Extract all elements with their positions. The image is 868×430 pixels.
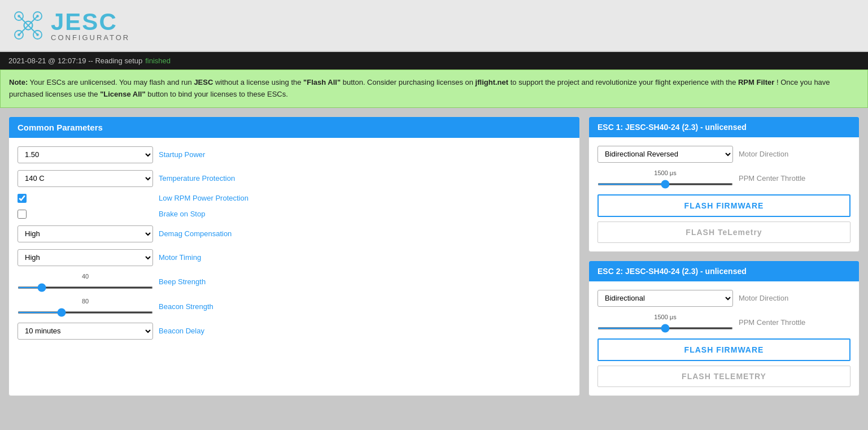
esc1-flash-telemetry-button[interactable]: FLASH TeLemetry xyxy=(597,221,850,243)
esc2-ppm-label: PPM Center Throttle xyxy=(739,318,805,327)
beacon-delay-row: 10 minutes 1 minute 2 minutes 5 minutes … xyxy=(18,323,571,340)
temperature-protection-label: Temperature Protection xyxy=(159,174,235,183)
beacon-delay-label: Beacon Delay xyxy=(159,327,204,335)
esc1-motor-direction-label: Motor Direction xyxy=(739,150,788,158)
temperature-protection-control: 140 C 120 C 160 C 180 C xyxy=(18,170,153,187)
demag-compensation-row: High Low Medium Demag Compensation xyxy=(18,225,571,242)
svg-point-11 xyxy=(18,33,20,36)
motor-timing-label: Motor Timing xyxy=(159,253,201,262)
brake-on-stop-row: Brake on Stop xyxy=(18,210,571,219)
notice-jflight-label: jflight.net xyxy=(476,78,509,86)
esc1-motor-direction-control: Bidirectional Reversed Normal Reversed B… xyxy=(597,146,733,163)
esc1-ppm-value: 1500 μs xyxy=(597,170,733,176)
beep-strength-slider[interactable] xyxy=(18,286,153,289)
brake-on-stop-control xyxy=(18,210,153,219)
esc2-body: Bidirectional Normal Reversed Bidirectio… xyxy=(589,281,859,396)
esc1-header: ESC 1: JESC-SH40-24 (2.3) - unlicensed xyxy=(589,117,859,137)
status-text: 2021-08-21 @ 12:07:19 -- Reading setup xyxy=(8,57,142,65)
esc2-motor-direction-label: Motor Direction xyxy=(739,294,788,302)
notice-text-2: without a license using the xyxy=(215,78,303,86)
status-finished-text: finished xyxy=(145,57,171,65)
esc2-flash-firmware-button[interactable]: FLASH FIRMWARE xyxy=(597,338,850,361)
esc2-title: ESC 2: JESC-SH40-24 (2.3) - unlicensed xyxy=(597,267,747,276)
common-parameters-body: 1.50 1.00 1.25 1.75 2.00 Startup Power 1… xyxy=(9,138,579,355)
common-parameters-header: Common Parameters xyxy=(9,117,579,138)
esc2-panel: ESC 2: JESC-SH40-24 (2.3) - unlicensed B… xyxy=(588,260,860,396)
esc2-flash-telemetry-button[interactable]: FLASH TELEMETRY xyxy=(597,366,850,387)
notice-jesc-label: JESC xyxy=(194,78,213,86)
notice-license-all-label: "License All" xyxy=(100,90,145,98)
esc2-ppm-container: 1500 μs xyxy=(597,314,733,332)
notice-rpm-filter-label: RPM Filter xyxy=(738,78,774,86)
svg-point-10 xyxy=(36,15,39,18)
esc1-ppm-row: 1500 μs PPM Center Throttle xyxy=(597,170,850,188)
esc1-ppm-container: 1500 μs xyxy=(597,170,733,188)
brake-on-stop-checkbox[interactable] xyxy=(18,210,27,219)
svg-point-12 xyxy=(36,33,39,36)
esc2-ppm-row: 1500 μs PPM Center Throttle xyxy=(597,314,850,332)
notice-text-1: Your ESCs are unlicensed. You may flash … xyxy=(30,78,194,86)
notice-text-3: button. Consider purchasing licenses on xyxy=(343,78,476,86)
low-rpm-protection-label: Low RPM Power Protection xyxy=(159,194,248,202)
esc2-motor-direction-select[interactable]: Bidirectional Normal Reversed Bidirectio… xyxy=(597,290,733,307)
startup-power-select[interactable]: 1.50 1.00 1.25 1.75 2.00 xyxy=(18,146,153,163)
esc2-motor-direction-row: Bidirectional Normal Reversed Bidirectio… xyxy=(597,290,850,307)
demag-compensation-label: Demag Compensation xyxy=(159,229,232,238)
temperature-protection-select[interactable]: 140 C 120 C 160 C 180 C xyxy=(18,170,153,187)
notice-flash-all-label: "Flash All" xyxy=(303,78,341,86)
main-content: Common Parameters 1.50 1.00 1.25 1.75 2.… xyxy=(0,108,868,405)
motor-timing-control: High Low Medium Highest xyxy=(18,249,153,266)
esc1-panel: ESC 1: JESC-SH40-24 (2.3) - unlicensed B… xyxy=(588,116,860,252)
demag-compensation-select[interactable]: High Low Medium xyxy=(18,225,153,242)
common-parameters-title: Common Parameters xyxy=(18,123,103,132)
beacon-strength-container: 80 xyxy=(18,298,153,316)
startup-power-label: Startup Power xyxy=(159,150,205,159)
esc-panels: ESC 1: JESC-SH40-24 (2.3) - unlicensed B… xyxy=(588,116,860,396)
esc1-ppm-label: PPM Center Throttle xyxy=(739,174,805,183)
brake-on-stop-label: Brake on Stop xyxy=(159,210,205,218)
esc1-motor-direction-select[interactable]: Bidirectional Reversed Normal Reversed B… xyxy=(597,146,733,163)
beacon-delay-control: 10 minutes 1 minute 2 minutes 5 minutes … xyxy=(18,323,153,340)
beacon-strength-row: 80 Beacon Strength xyxy=(18,298,571,316)
esc2-ppm-slider[interactable] xyxy=(597,327,733,329)
drone-logo-icon xyxy=(11,8,45,42)
logo-container: JESC CONFIGURATOR xyxy=(11,8,130,42)
low-rpm-protection-checkbox[interactable] xyxy=(18,194,27,203)
beacon-strength-label: Beacon Strength xyxy=(159,302,213,311)
beep-strength-value: 40 xyxy=(18,273,153,280)
logo-configurator-text: CONFIGURATOR xyxy=(51,34,130,41)
motor-timing-select[interactable]: High Low Medium Highest xyxy=(18,249,153,266)
status-bar: 2021-08-21 @ 12:07:19 -- Reading setup f… xyxy=(0,52,868,70)
beep-strength-row: 40 Beep Strength xyxy=(18,273,571,291)
beacon-strength-slider[interactable] xyxy=(18,311,153,314)
temperature-protection-row: 140 C 120 C 160 C 180 C Temperature Prot… xyxy=(18,170,571,187)
demag-compensation-control: High Low Medium xyxy=(18,225,153,242)
low-rpm-protection-control xyxy=(18,194,153,203)
startup-power-row: 1.50 1.00 1.25 1.75 2.00 Startup Power xyxy=(18,146,571,163)
motor-timing-row: High Low Medium Highest Motor Timing xyxy=(18,249,571,266)
header: JESC CONFIGURATOR xyxy=(0,0,868,52)
startup-power-control: 1.50 1.00 1.25 1.75 2.00 xyxy=(18,146,153,163)
beacon-strength-value: 80 xyxy=(18,298,153,305)
esc1-ppm-slider[interactable] xyxy=(597,183,733,185)
esc1-title: ESC 1: JESC-SH40-24 (2.3) - unlicensed xyxy=(597,123,747,132)
esc1-flash-firmware-button[interactable]: FLASH FIRMWARE xyxy=(597,194,850,217)
notice-note-label: Note: xyxy=(9,78,28,86)
notice-text-4: to support the project and revolutionize… xyxy=(511,78,738,86)
logo-jesc-text: JESC xyxy=(51,10,130,34)
esc2-ppm-value: 1500 μs xyxy=(597,314,733,320)
esc2-header: ESC 2: JESC-SH40-24 (2.3) - unlicensed xyxy=(589,261,859,281)
logo-text: JESC CONFIGURATOR xyxy=(51,10,130,41)
low-rpm-protection-row: Low RPM Power Protection xyxy=(18,194,571,203)
notice-banner: Note: Your ESCs are unlicensed. You may … xyxy=(0,70,868,108)
esc2-motor-direction-control: Bidirectional Normal Reversed Bidirectio… xyxy=(597,290,733,307)
esc1-body: Bidirectional Reversed Normal Reversed B… xyxy=(589,137,859,251)
common-parameters-panel: Common Parameters 1.50 1.00 1.25 1.75 2.… xyxy=(8,116,580,396)
beep-strength-label: Beep Strength xyxy=(159,277,206,286)
esc1-motor-direction-row: Bidirectional Reversed Normal Reversed B… xyxy=(597,146,850,163)
beep-strength-container: 40 xyxy=(18,273,153,291)
svg-point-9 xyxy=(18,15,20,18)
beacon-delay-select[interactable]: 10 minutes 1 minute 2 minutes 5 minutes … xyxy=(18,323,153,340)
notice-text-6: button to bind your licenses to these ES… xyxy=(147,90,288,98)
